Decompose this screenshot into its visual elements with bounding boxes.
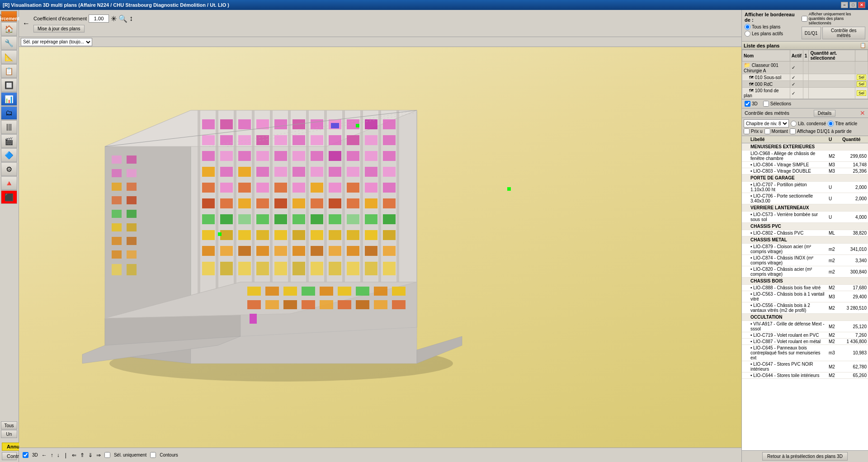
controler-button[interactable]: Contrôler — [2, 452, 17, 460]
nav-icon3[interactable]: ⇓ — [88, 452, 93, 458]
toolbar-btn-6[interactable]: 📊 — [1, 92, 17, 106]
controle-metres-top-button[interactable]: Contrôle des métrés — [822, 27, 865, 39]
item-qty: 341,010 — [841, 244, 868, 255]
back-icon[interactable]: ← — [23, 19, 30, 28]
sel-button-fond[interactable]: Sel — [857, 90, 866, 96]
prix-label[interactable]: Prix u — [744, 128, 763, 134]
svg-rect-79 — [329, 214, 341, 224]
toolbar-btn-7[interactable]: 🗂 — [1, 106, 17, 120]
nav-icon2[interactable]: ⇑ — [80, 452, 85, 458]
table-row: • LIO-C647 - Stores PVC NOIR intérieurs … — [742, 361, 868, 372]
svg-rect-167 — [374, 300, 387, 309]
toolbar-btn-9[interactable]: 🎬 — [1, 134, 17, 148]
svg-rect-53 — [256, 183, 269, 193]
svg-rect-169 — [250, 314, 257, 324]
toolbar-btn-5[interactable]: 🔲 — [1, 78, 17, 92]
un-button[interactable]: Un — [1, 430, 17, 438]
selection-dropdown[interactable]: Sél. par repérage plan (toujo... — [21, 38, 92, 46]
sun-icon[interactable]: ✳ — [111, 14, 117, 23]
item-qty: 14,748 — [841, 162, 868, 168]
sel-button-ss[interactable]: Sel — [857, 75, 866, 80]
toolbar-btn-13[interactable]: ⬛ — [1, 190, 17, 204]
sel-button-rdc[interactable]: Sel — [857, 81, 866, 87]
svg-rect-168 — [392, 300, 406, 309]
d1q1-button[interactable]: D1/Q1 — [802, 27, 821, 39]
toolbar-btn-2[interactable]: 🔧 — [1, 36, 17, 50]
item-qty: 62,780 — [841, 361, 868, 372]
cb-3d-option[interactable]: 3D — [745, 101, 758, 107]
cb-selections-option[interactable]: Sélections — [763, 101, 791, 107]
tous-button[interactable]: Tous — [1, 421, 17, 429]
metre-table-body: MENUISERIES EXTERIEURES LIO-C968 - Allèg… — [742, 143, 868, 379]
checkbox-afficher-uniquement[interactable]: Afficher uniquement les quantités des pl… — [802, 12, 865, 25]
svg-rect-136 — [112, 264, 122, 275]
metre-table: Libellé U Quantité MENUISERIES EXTERIEUR… — [742, 136, 868, 379]
arrow-up-icon[interactable]: ↑ — [51, 452, 53, 458]
nav-icon4[interactable]: ⇒ — [96, 452, 101, 458]
viewport: 3D ← ↑ ↓ | ⇐ ⇑ ⇓ ⇒ Sél. uniquement Conto… — [19, 47, 741, 462]
item-label: • VIV-A917 - Grille de défense Mext - ss… — [749, 321, 827, 332]
svg-rect-97 — [256, 246, 269, 256]
svg-rect-7 — [220, 119, 233, 129]
svg-rect-128 — [112, 156, 122, 164]
details-button[interactable]: Détails — [814, 110, 836, 117]
chapitre-select[interactable]: Chapitre de niv. 8 — [744, 119, 789, 127]
close-button[interactable]: ✕ — [858, 2, 865, 8]
lib-condense-label[interactable]: Lib. condensé — [791, 121, 826, 127]
svg-rect-73 — [220, 214, 233, 224]
svg-rect-8 — [238, 119, 251, 129]
minimize-button[interactable]: − — [841, 2, 848, 8]
svg-rect-158 — [374, 287, 387, 296]
svg-rect-141 — [127, 210, 137, 218]
item-qty: 299,650 — [841, 151, 868, 162]
top-bar: ← Coefficient d'écartement ✳ 🔍 ↕ Mise à … — [19, 10, 741, 37]
svg-rect-68 — [329, 198, 341, 208]
radio-plans-actifs[interactable]: Les plans actifs — [745, 31, 783, 37]
table-row: • LIO-C804 - Vitrage SIMPLE M3 14,748 — [742, 162, 868, 168]
maximize-button[interactable]: □ — [849, 2, 857, 8]
svg-rect-177 — [331, 123, 339, 128]
svg-rect-71 — [383, 198, 396, 208]
arrow-left-icon[interactable]: ← — [42, 452, 47, 458]
svg-rect-40 — [220, 167, 233, 177]
titre-article-label[interactable]: Titre article — [828, 121, 857, 127]
toolbar-btn-1[interactable]: 🏠 — [1, 22, 17, 36]
options-section: 3D Sélections — [742, 99, 868, 108]
svg-rect-17 — [202, 135, 215, 145]
toolbar-btn-11[interactable]: ⚙ — [1, 162, 17, 176]
arrow-down-icon[interactable]: ↓ — [57, 452, 60, 458]
radio-tous-plans[interactable]: Tous les plans — [745, 24, 780, 30]
item-label: • LIO-C573 - Verrière bombée sur sous so… — [749, 212, 827, 223]
cb-contours[interactable] — [150, 452, 156, 458]
window-title: [R] Visualisation 3D multi plans (Affair… — [3, 2, 229, 8]
mise-a-jour-button[interactable]: Mise à jour des plans — [33, 25, 85, 33]
retour-button[interactable]: Retour à la présélection des plans 3D — [762, 452, 848, 461]
toolbar-btn-8[interactable]: ||| — [1, 120, 17, 134]
toolbar-btn-12[interactable]: 🔺 — [1, 176, 17, 190]
toolbar-btn-3[interactable]: 📐 — [1, 50, 17, 64]
svg-rect-115 — [383, 262, 396, 275]
zoom-in-icon[interactable]: 🔍 — [118, 14, 127, 23]
svg-rect-23 — [311, 135, 323, 145]
coeff-input[interactable] — [89, 14, 109, 23]
cb-sel-uniquement[interactable] — [104, 452, 110, 458]
svg-rect-175 — [218, 232, 222, 236]
svg-rect-29 — [220, 151, 233, 161]
affichage-label[interactable]: Affichage D1/Q1 à partir de — [790, 128, 852, 134]
zoom-out-icon[interactable]: ↕ — [129, 14, 133, 23]
montant-label[interactable]: Montant — [764, 128, 788, 134]
item-qty: 2,000 — [841, 182, 868, 193]
close-controle-icon[interactable]: ✕ — [860, 109, 865, 117]
metre-table-container[interactable]: Libellé U Quantité MENUISERIES EXTERIEUR… — [742, 136, 868, 450]
percements-button[interactable]: 🔨 Percements — [1, 11, 17, 22]
svg-rect-41 — [238, 167, 251, 177]
table-row: 🗺 010 Sous-sol ✓ Sel — [742, 74, 868, 81]
col-actif: Actif — [790, 50, 803, 61]
item-label: • LIO-C879 - Cloison acier (m² compris v… — [749, 244, 827, 255]
table-row: • LIO-C556 - Châssis bois à 2 vantaux vi… — [742, 302, 868, 314]
toolbar-btn-4[interactable]: 📋 — [1, 64, 17, 78]
toolbar-btn-10[interactable]: 🔷 — [1, 148, 17, 162]
right-panel: Afficher le bordereau de : Tous les plan… — [741, 10, 868, 462]
cb-3d-viewport[interactable] — [23, 452, 28, 458]
nav-icon1[interactable]: ⇐ — [72, 452, 76, 458]
